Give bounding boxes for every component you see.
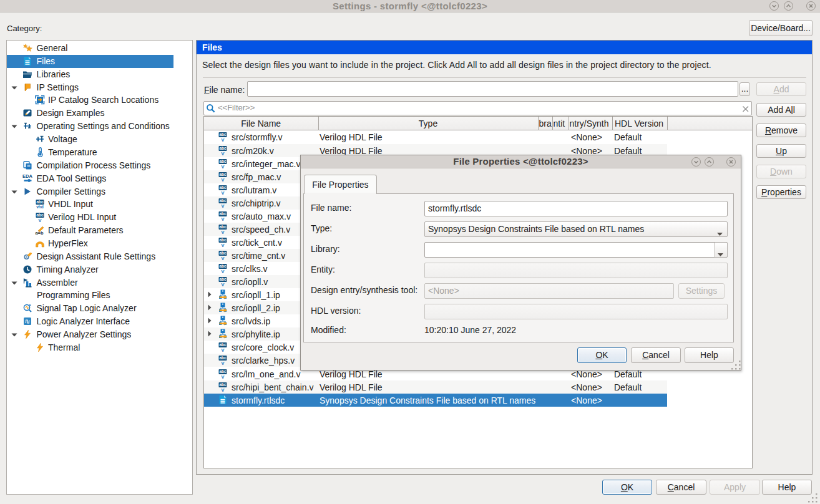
svg-text:V: V — [38, 218, 41, 222]
svg-text:V: V — [221, 190, 224, 194]
svg-text:abc: abc — [219, 238, 226, 242]
svg-text:abc: abc — [219, 277, 226, 281]
svg-text:V: V — [221, 229, 224, 233]
svg-text:abc: abc — [219, 159, 226, 163]
svg-text:abc: abc — [219, 369, 226, 374]
svg-text:abc: abc — [219, 133, 226, 137]
svg-text:V: V — [221, 177, 224, 181]
svg-text:abc: abc — [36, 213, 43, 218]
svg-text:V: V — [221, 387, 224, 391]
svg-text:abc: abc — [219, 172, 226, 177]
svg-text:abc: abc — [219, 382, 226, 387]
svg-text:EDA: EDA — [22, 173, 32, 179]
svg-text:vhd: vhd — [36, 205, 44, 210]
svg-text:abc: abc — [219, 343, 226, 347]
svg-text:V: V — [221, 137, 224, 142]
svg-text:V: V — [221, 282, 224, 286]
svg-text:abc: abc — [219, 251, 226, 255]
svg-text:V: V — [221, 269, 224, 273]
svg-text:abc: abc — [219, 198, 226, 203]
svg-text:abc: abc — [219, 146, 226, 150]
svg-text:V: V — [221, 216, 224, 220]
svg-text:abc: abc — [219, 225, 226, 229]
svg-text:V: V — [221, 163, 224, 168]
svg-text:V: V — [221, 347, 224, 352]
svg-text:V: V — [221, 150, 224, 155]
svg-text:V: V — [221, 374, 224, 378]
svg-text:abc: abc — [219, 356, 226, 361]
svg-text:abc: abc — [219, 211, 226, 216]
svg-text:abc: abc — [219, 264, 226, 268]
svg-text:V: V — [221, 255, 224, 259]
svg-text:V: V — [221, 242, 224, 246]
svg-text:V: V — [221, 361, 224, 365]
svg-text:abc: abc — [219, 185, 226, 190]
svg-text:abc: abc — [36, 200, 43, 205]
svg-text:V: V — [221, 203, 224, 207]
